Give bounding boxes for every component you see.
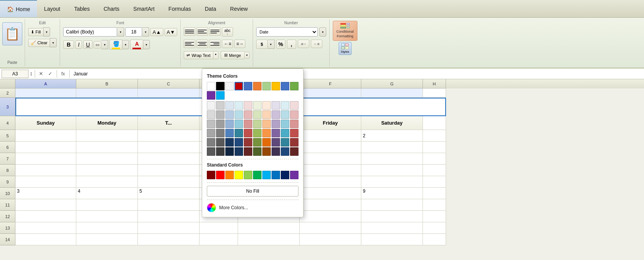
percent-button[interactable]: %: [276, 40, 285, 49]
confirm-formula-button[interactable]: ✓: [47, 70, 54, 78]
color-swatch-shade[interactable]: [225, 110, 234, 119]
menu-item-data[interactable]: Data: [198, 0, 223, 17]
number-format-select[interactable]: Date: [256, 27, 318, 37]
color-swatch-shade[interactable]: [207, 147, 215, 156]
row-header-10[interactable]: 10: [0, 188, 15, 199]
increase-font-button[interactable]: A▲: [150, 28, 163, 36]
font-color-button[interactable]: A: [130, 40, 143, 50]
cell-h8[interactable]: [423, 165, 446, 176]
color-swatch-yellow[interactable]: [235, 171, 243, 179]
color-swatch-shade[interactable]: [235, 110, 243, 119]
color-swatch-blue[interactable]: [272, 171, 280, 179]
color-swatch-shade[interactable]: [235, 138, 243, 147]
cell-a10[interactable]: 3: [15, 188, 76, 199]
color-swatch-shade[interactable]: [207, 101, 215, 110]
color-swatch-shade[interactable]: [253, 120, 262, 128]
color-swatch-shade[interactable]: [272, 120, 280, 128]
color-swatch-shade[interactable]: [262, 101, 271, 110]
cell-g9[interactable]: [361, 176, 423, 188]
cell-a6[interactable]: [15, 142, 76, 153]
fill-button[interactable]: ⬇ Fill: [28, 28, 43, 36]
cell-f14[interactable]: [300, 234, 361, 245]
cell-b4[interactable]: Monday: [76, 116, 138, 130]
cell-h10[interactable]: [423, 188, 446, 199]
cell-b14[interactable]: [76, 234, 138, 245]
insert-function-button[interactable]: fx: [59, 70, 67, 78]
clear-button[interactable]: 🧹 Clear: [28, 39, 50, 47]
color-swatch-shade[interactable]: [225, 138, 234, 147]
font-size-dropdown[interactable]: ▾: [142, 27, 149, 37]
cell-a2[interactable]: [15, 88, 76, 98]
color-swatch-shade[interactable]: [216, 120, 225, 128]
color-swatch-blue2[interactable]: [281, 82, 289, 90]
color-swatch-shade[interactable]: [290, 101, 299, 110]
color-swatch-violet[interactable]: [290, 171, 299, 179]
color-swatch-shade[interactable]: [244, 147, 252, 156]
row-header-5[interactable]: 5: [0, 130, 15, 142]
row-header-7[interactable]: 7: [0, 153, 15, 165]
increase-indent-button[interactable]: ≡→: [234, 40, 245, 48]
increase-decimal-button[interactable]: .0→: [298, 40, 309, 48]
cell-d14[interactable]: [200, 234, 238, 245]
cell-g13[interactable]: [361, 222, 423, 234]
menu-item-charts[interactable]: Charts: [97, 0, 126, 17]
color-swatch-shade[interactable]: [216, 110, 225, 119]
cell-g8[interactable]: [361, 165, 423, 176]
cell-h14[interactable]: [423, 234, 446, 245]
cell-f10[interactable]: 8: [300, 188, 361, 199]
formula-input[interactable]: [72, 71, 642, 77]
number-format-dropdown[interactable]: ▾: [319, 27, 326, 37]
cell-f7[interactable]: [300, 153, 361, 165]
comma-button[interactable]: ,: [287, 40, 296, 49]
cell-g7[interactable]: [361, 153, 423, 165]
color-swatch-shade[interactable]: [235, 129, 243, 137]
cell-f11[interactable]: [300, 199, 361, 211]
row-header-6[interactable]: 6: [0, 142, 15, 153]
cell-c13[interactable]: [138, 222, 200, 234]
menu-item-formulas[interactable]: Formulas: [161, 0, 198, 17]
cell-reference-box[interactable]: A3: [2, 70, 29, 78]
cell-a8[interactable]: [15, 165, 76, 176]
align-bottom-button[interactable]: [209, 27, 221, 36]
color-swatch-shade[interactable]: [281, 101, 289, 110]
color-swatch-shade[interactable]: [262, 138, 271, 147]
color-swatch-shade[interactable]: [272, 101, 280, 110]
color-swatch-shade[interactable]: [281, 110, 289, 119]
color-swatch-shade[interactable]: [235, 120, 243, 128]
color-swatch-shade[interactable]: [290, 110, 299, 119]
menu-item-layout[interactable]: Layout: [37, 0, 67, 17]
color-swatch-shade[interactable]: [235, 101, 243, 110]
color-swatch-white[interactable]: [207, 82, 215, 90]
row-header-9[interactable]: 9: [0, 176, 15, 188]
cell-g6[interactable]: [361, 142, 423, 153]
color-swatch-yellow1[interactable]: [272, 82, 280, 90]
color-swatch-cyan[interactable]: [262, 171, 271, 179]
cell-c11[interactable]: [138, 199, 200, 211]
color-swatch-shade[interactable]: [272, 147, 280, 156]
font-name-input[interactable]: [63, 27, 117, 37]
color-swatch-shade[interactable]: [253, 110, 262, 119]
color-swatch-shade[interactable]: [290, 120, 299, 128]
cell-b5[interactable]: [76, 130, 138, 142]
cell-ref-arrows[interactable]: ▲ ▼: [30, 72, 32, 76]
color-swatch-shade[interactable]: [216, 101, 225, 110]
col-header-b[interactable]: B: [76, 79, 138, 88]
color-swatch-shade[interactable]: [244, 120, 252, 128]
color-swatch-shade[interactable]: [262, 110, 271, 119]
cell-g2[interactable]: [361, 88, 423, 98]
color-swatch-shade[interactable]: [272, 110, 280, 119]
currency-dropdown[interactable]: ▾: [268, 40, 275, 49]
cell-f9[interactable]: [300, 176, 361, 188]
color-swatch-shade[interactable]: [225, 147, 234, 156]
fill-color-dropdown[interactable]: ▾: [122, 40, 129, 49]
cell-a11[interactable]: [15, 199, 76, 211]
fill-color-button[interactable]: 🪣: [109, 40, 122, 50]
font-color-dropdown[interactable]: ▾: [143, 40, 150, 49]
cell-e14[interactable]: [238, 234, 300, 245]
color-swatch-shade[interactable]: [262, 129, 271, 137]
underline-button[interactable]: U: [83, 40, 92, 49]
color-swatch-blue1[interactable]: [244, 82, 252, 90]
cell-h9[interactable]: [423, 176, 446, 188]
row-header-2[interactable]: 2: [0, 88, 15, 98]
color-swatch-green[interactable]: [253, 171, 262, 179]
